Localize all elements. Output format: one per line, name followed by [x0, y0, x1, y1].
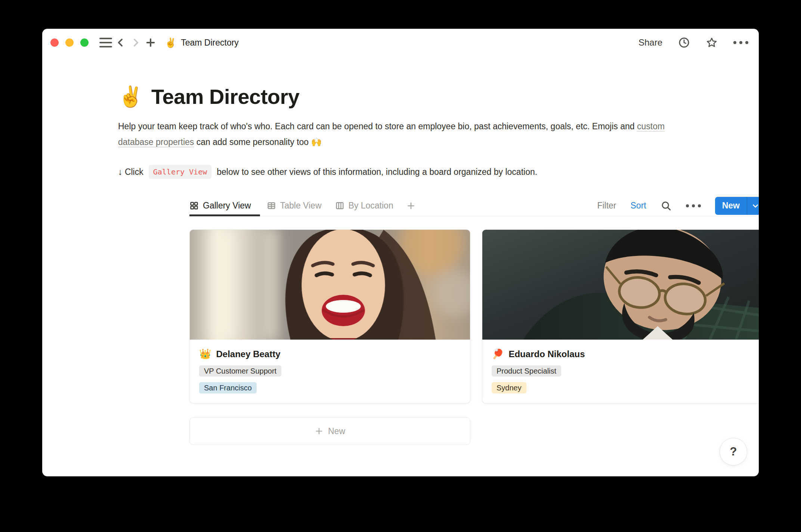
- board-columns-icon: [335, 201, 344, 210]
- page-title-emoji: ✌️: [118, 85, 143, 108]
- instruction-text-before: ↓ Click: [118, 167, 143, 177]
- new-record-dropdown-button[interactable]: [747, 197, 759, 215]
- card-body: 🏓 Eduardo Nikolaus Product Specialist Sy…: [482, 340, 759, 403]
- card-eduardo-nikolaus[interactable]: 🏓 Eduardo Nikolaus Product Specialist Sy…: [482, 229, 759, 403]
- card-title: 🏓 Eduardo Nikolaus: [492, 348, 754, 360]
- page-title: ✌️ Team Directory: [118, 84, 759, 109]
- card-name-text: Delaney Beatty: [216, 349, 280, 359]
- new-card-button[interactable]: New: [189, 417, 470, 445]
- collection-toolbar: Filter Sort New: [597, 197, 759, 215]
- card-cover-photo: [482, 230, 759, 340]
- more-options-button[interactable]: [733, 41, 748, 44]
- description-text-before: Help your team keep track of who's who. …: [118, 121, 637, 131]
- card-name-text: Eduardo Nikolaus: [508, 349, 585, 359]
- card-title: 👑 Delaney Beatty: [199, 348, 461, 360]
- tab-table-view[interactable]: Table View: [260, 195, 328, 216]
- table-icon: [267, 201, 276, 210]
- ellipsis-icon: [686, 204, 701, 207]
- zoom-window-button[interactable]: [80, 38, 89, 47]
- view-tabs-row: Gallery View Table View By Location: [189, 195, 759, 216]
- instruction-line: ↓ Click Gallery View below to see other …: [118, 165, 759, 179]
- new-card-label: New: [328, 426, 345, 436]
- history-button[interactable]: [678, 37, 690, 49]
- favorite-button[interactable]: [706, 37, 718, 49]
- traffic-lights: [50, 38, 89, 47]
- tab-gallery-view[interactable]: Gallery View: [189, 195, 260, 216]
- share-button[interactable]: Share: [638, 37, 662, 48]
- tab-label: Table View: [280, 201, 322, 211]
- hamburger-icon: [99, 38, 112, 47]
- sort-button[interactable]: Sort: [631, 201, 646, 211]
- tab-label: Gallery View: [203, 201, 251, 211]
- chevron-right-icon: [131, 38, 140, 47]
- card-body: 👑 Delaney Beatty VP Customer Support San…: [190, 340, 470, 403]
- filter-button[interactable]: Filter: [597, 201, 616, 211]
- collection-view: Gallery View Table View By Location: [189, 195, 759, 445]
- plus-icon: [145, 37, 156, 48]
- description-text-after: can add some personality too 🙌: [194, 137, 322, 147]
- page-content: ✌️ Team Directory Help your team keep tr…: [42, 56, 759, 445]
- plus-icon: [315, 427, 324, 436]
- page-title-text: Team Directory: [151, 84, 300, 109]
- breadcrumb-title: Team Directory: [181, 38, 239, 48]
- portrait-man-glasses: [482, 230, 759, 340]
- location-tag: San Francisco: [199, 382, 257, 393]
- role-tag: Product Specialist: [492, 365, 561, 377]
- forward-button[interactable]: [128, 35, 143, 50]
- app-window: ✌️ Team Directory Share ✌️: [42, 29, 759, 476]
- minimize-window-button[interactable]: [65, 38, 74, 47]
- back-button[interactable]: [113, 35, 128, 50]
- add-view-button[interactable]: [402, 195, 420, 216]
- new-record-button[interactable]: New: [715, 197, 747, 215]
- gallery-cards: 👑 Delaney Beatty VP Customer Support San…: [189, 229, 759, 403]
- card-delaney-beatty[interactable]: 👑 Delaney Beatty VP Customer Support San…: [189, 229, 470, 403]
- help-button[interactable]: ?: [720, 438, 747, 466]
- plus-icon: [406, 201, 416, 211]
- sidebar-toggle-button[interactable]: [98, 35, 113, 50]
- portrait-woman-laughing: [190, 230, 470, 340]
- instruction-text-after: below to see other views of this informa…: [217, 167, 537, 177]
- breadcrumb[interactable]: ✌️ Team Directory: [165, 37, 239, 48]
- titlebar-actions: Share: [638, 37, 748, 49]
- search-icon: [661, 200, 672, 211]
- new-record-button-group: New: [715, 197, 759, 215]
- close-window-button[interactable]: [50, 38, 59, 47]
- clock-icon: [678, 37, 690, 49]
- ellipsis-icon: [733, 41, 748, 44]
- new-page-button[interactable]: [143, 35, 158, 50]
- gallery-view-code-chip: Gallery View: [149, 165, 212, 179]
- chevron-left-icon: [116, 38, 126, 47]
- search-button[interactable]: [661, 200, 672, 211]
- location-tag: Sydney: [492, 382, 526, 393]
- chevron-down-icon: [751, 202, 759, 210]
- view-options-button[interactable]: [686, 204, 701, 207]
- tab-by-location[interactable]: By Location: [328, 195, 400, 216]
- question-mark-icon: ?: [730, 445, 737, 458]
- card-emoji: 🏓: [492, 348, 504, 360]
- page-description: Help your team keep track of who's who. …: [118, 118, 671, 150]
- card-emoji: 👑: [199, 348, 211, 360]
- page-emoji: ✌️: [165, 37, 176, 48]
- star-icon: [706, 37, 718, 49]
- role-tag: VP Customer Support: [199, 365, 281, 377]
- titlebar: ✌️ Team Directory Share: [42, 29, 759, 56]
- card-cover-photo: [190, 230, 470, 340]
- tab-label: By Location: [349, 201, 393, 211]
- gallery-grid-icon: [189, 201, 199, 210]
